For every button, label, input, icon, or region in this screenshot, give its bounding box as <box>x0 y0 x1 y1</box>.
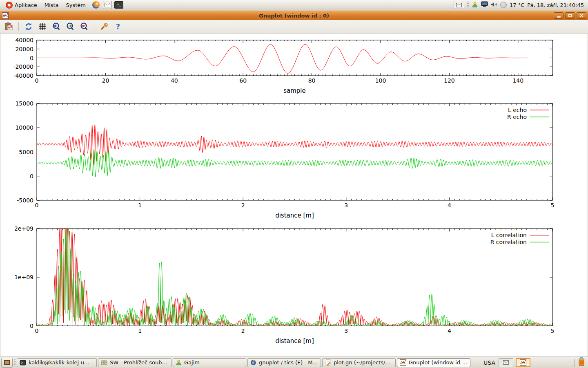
toolbar-separator <box>94 22 94 31</box>
zoom-next-button[interactable] <box>65 21 76 32</box>
menu-places-label: Místa <box>45 2 59 8</box>
plot-client-area: 020406080100120140-40000-200000200004000… <box>0 34 588 357</box>
x-tick-label: 5 <box>551 202 555 209</box>
taskbar-button-label: plot.gn (~/projects/p... <box>334 359 393 366</box>
minimize-button[interactable] <box>554 12 564 19</box>
x-tick-label: 2 <box>241 202 245 209</box>
x-tick-label: 2 <box>241 328 245 334</box>
taskbar-button-label: kaklik@kaklik-kolej-u... <box>29 359 89 366</box>
x-tick-label: 3 <box>344 328 348 334</box>
x-tick-label: 0 <box>35 202 39 209</box>
toolbar: ? <box>0 20 588 34</box>
unzoom-button[interactable] <box>79 21 89 32</box>
grid-button[interactable] <box>37 21 48 32</box>
x-tick-label: 0 <box>35 77 39 84</box>
gnuplot-plot-canvas[interactable]: 020406080100120140-40000-200000200004000… <box>0 34 588 357</box>
weather-icon[interactable] <box>500 2 507 8</box>
refresh-button[interactable] <box>23 21 34 32</box>
x-tick-label: 60 <box>239 77 247 84</box>
x-tick-label: 40 <box>171 77 178 84</box>
taskbar: kaklik@kaklik-kolej-u...SW - Prohlížeč s… <box>0 357 588 368</box>
x-axis-title: distance [m] <box>275 212 314 219</box>
taskbar-button-gajim[interactable]: Gajim <box>173 358 246 367</box>
clock[interactable]: Pá, 18. září, 21:40:45 <box>527 2 584 8</box>
workspace-cell-gnuplot[interactable] <box>516 358 530 367</box>
x-tick-label: 100 <box>375 77 386 84</box>
terminal-launcher[interactable]: >_ <box>114 1 123 9</box>
x-tick-label: 3 <box>344 202 348 209</box>
x-tick-label: 80 <box>308 77 316 84</box>
mail-icon <box>103 1 112 9</box>
close-button[interactable] <box>577 12 586 19</box>
help-button[interactable]: ? <box>113 21 123 32</box>
keyboard-layout-indicator[interactable]: USA <box>483 359 495 366</box>
menu-system[interactable]: Systém <box>62 1 89 9</box>
show-desktop-button[interactable] <box>1 358 13 368</box>
menu-places[interactable]: Místa <box>41 1 62 9</box>
firefox-icon <box>92 1 100 9</box>
taskbar-button-gnuplot[interactable]: Gnuplot (window id : 0) <box>397 358 470 367</box>
chart-echo-waveforms: 012345-5000050001000015000distance [m]L … <box>15 100 554 219</box>
file-manager-icon <box>101 360 107 366</box>
gajim-icon <box>176 359 182 366</box>
configure-button[interactable] <box>99 21 109 32</box>
mail-launcher[interactable] <box>103 1 112 9</box>
maximize-button[interactable] <box>565 12 575 19</box>
x-tick-label: 0 <box>35 328 39 334</box>
toolbar-separator <box>18 22 19 31</box>
gnuplot-window: Gnuplot (window id : 0) <box>0 11 588 357</box>
firefox-icon <box>250 359 256 366</box>
taskbar-button-label: Gajim <box>184 359 200 366</box>
terminal-icon: >_ <box>114 1 123 9</box>
y-tick-label: 0 <box>30 173 33 180</box>
top-panel: Aplikace Místa Systém >_ <box>0 0 588 10</box>
gnuplot-icon <box>400 359 406 366</box>
series-r-correlation <box>37 229 552 326</box>
mail-notification-icon[interactable] <box>454 1 464 9</box>
trash-applet[interactable] <box>577 357 586 368</box>
panel-spacer <box>533 358 572 367</box>
series-chirp-signal <box>37 44 528 73</box>
taskbar-button-text-editor[interactable]: plot.gn (~/projects/p... <box>322 358 396 367</box>
applet-handle[interactable] <box>467 2 469 8</box>
temperature[interactable]: 17 °C <box>510 2 524 8</box>
terminal-icon <box>20 360 26 366</box>
screen-icon[interactable] <box>481 1 488 9</box>
series-l-echo <box>37 124 552 165</box>
x-tick-label: 5 <box>551 328 555 334</box>
taskbar-button-label: gnuplot / tics (E) - M... <box>259 359 318 366</box>
legend-label: R correlation <box>490 239 527 245</box>
y-tick-label: 1e+09 <box>14 274 33 280</box>
y-tick-label: 20000 <box>15 46 33 52</box>
menu-applications-label: Aplikace <box>15 2 37 8</box>
copy-plot-to-clipboard-button[interactable] <box>3 21 14 32</box>
y-tick-label: -20000 <box>13 63 33 70</box>
series-r-echo <box>37 149 552 177</box>
chart-correlation: 01234501e+092e+09distance [m]L correlati… <box>14 225 555 345</box>
titlebar[interactable]: Gnuplot (window id : 0) <box>0 11 588 20</box>
x-tick-label: 4 <box>448 328 451 334</box>
y-tick-label: 0 <box>30 323 33 329</box>
y-tick-label: 40000 <box>15 37 33 43</box>
taskbar-button-file-manager[interactable]: SW - Prohlížeč souborů <box>98 358 172 367</box>
y-tick-label: 0 <box>30 55 33 61</box>
x-tick-label: 20 <box>102 77 109 84</box>
y-tick-label: 15000 <box>15 100 33 107</box>
tasklist-handle <box>14 359 16 366</box>
menu-applications[interactable]: Aplikace <box>2 1 40 9</box>
gajim-status-icon[interactable] <box>472 1 478 9</box>
workspace-cell-mail[interactable] <box>499 358 513 367</box>
y-tick-label: -5000 <box>17 197 33 204</box>
x-tick-label: 1 <box>138 202 142 209</box>
text-editor-icon <box>325 359 331 366</box>
volume-icon[interactable] <box>491 2 497 9</box>
legend-label: L correlation <box>491 232 527 238</box>
zoom-previous-button[interactable] <box>51 21 62 32</box>
taskbar-button-terminal[interactable]: kaklik@kaklik-kolej-u... <box>17 358 97 367</box>
firefox-launcher[interactable] <box>91 1 100 9</box>
taskbar-button-label: SW - Prohlížeč souborů <box>110 359 169 366</box>
taskbar-button-firefox[interactable]: gnuplot / tics (E) - M... <box>247 358 321 367</box>
x-tick-label: 1 <box>138 328 142 334</box>
legend-label: R echo <box>507 114 527 120</box>
legend-label: L echo <box>508 107 527 113</box>
